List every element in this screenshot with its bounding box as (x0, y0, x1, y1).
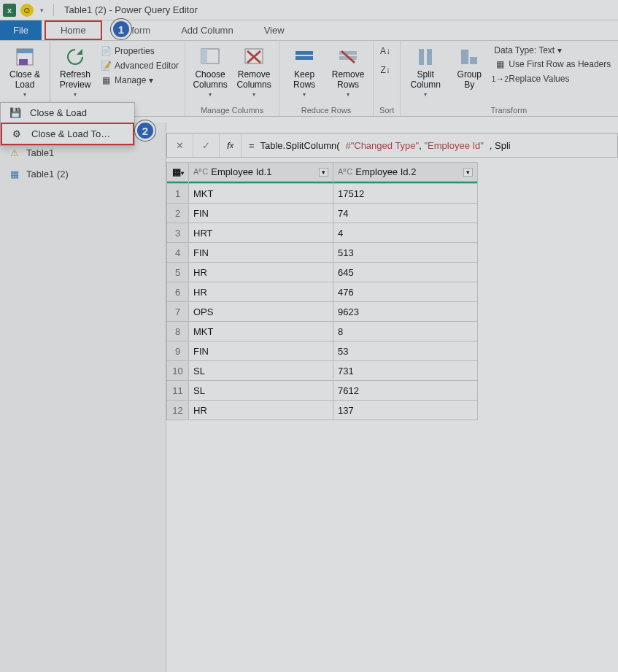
formula-bar: ✕ ✓ fx = Table.SplitColumn( #"Changed Ty… (166, 133, 618, 158)
row-number: 8 (167, 322, 189, 341)
svg-rect-13 (419, 49, 424, 65)
remove-columns-icon (242, 45, 266, 69)
replace-values-button[interactable]: 1→2Replace Values (494, 72, 611, 86)
cell[interactable]: 476 (333, 282, 478, 302)
window-title: Table1 (2) - Power Query Editor (61, 4, 198, 15)
cell[interactable]: 8 (333, 322, 478, 341)
cell[interactable]: 4 (333, 223, 478, 243)
sort-asc-button[interactable]: A↓ (379, 44, 391, 58)
cell[interactable]: MKT (189, 322, 333, 341)
tab-view[interactable]: View (244, 20, 295, 40)
remove-rows-button[interactable]: Remove Rows▾ (329, 44, 367, 99)
remove-columns-button[interactable]: Remove Columns▾ (235, 44, 273, 99)
chevron-down-icon: ▾ (23, 91, 26, 98)
refresh-preview-button[interactable]: Refresh Preview ▾ (56, 44, 94, 99)
column-filter-button[interactable]: ▾ (319, 168, 328, 177)
column-header-1[interactable]: AᴮC Employee Id.1 ▾ (189, 163, 333, 182)
sort-desc-button[interactable]: Z↓ (379, 63, 391, 77)
cell[interactable]: HR (189, 401, 333, 420)
fx-icon[interactable]: fx (220, 134, 242, 157)
cell[interactable]: 17512 (333, 184, 478, 204)
remove-rows-icon (336, 45, 360, 69)
table-row[interactable]: 11SL7612 (167, 381, 478, 401)
cell[interactable]: HR (189, 263, 333, 282)
choose-columns-button[interactable]: Choose Columns▾ (191, 44, 229, 99)
qat-dropdown[interactable]: ▾ (38, 7, 46, 14)
close-and-load-button[interactable]: Close & Load ▾ (6, 44, 44, 99)
callout-2: 2 (135, 120, 155, 141)
tab-home[interactable]: Home (45, 20, 102, 40)
table-row[interactable]: 4FIN513 (167, 243, 478, 263)
table-row[interactable]: 7OPS9623 (167, 302, 478, 322)
manage-button[interactable]: ▦Manage▾ (100, 73, 179, 88)
cell[interactable]: 137 (333, 401, 478, 420)
cell[interactable]: FIN (189, 341, 333, 361)
split-column-button[interactable]: Split Column▾ (406, 44, 444, 99)
table-row[interactable]: 5HR645 (167, 263, 478, 282)
cell[interactable]: MKT (189, 184, 333, 204)
sort-desc-icon: Z↓ (379, 64, 391, 76)
formula-accept-button[interactable]: ✓ (193, 134, 220, 157)
column-header-2[interactable]: AᴮC Employee Id.2 ▾ (333, 163, 478, 182)
row-number: 1 (167, 184, 189, 204)
cell[interactable]: HRT (189, 223, 333, 243)
table-row[interactable]: 9FIN53 (167, 341, 478, 361)
properties-button[interactable]: 📄Properties (100, 44, 179, 58)
table-corner[interactable]: ▦▾ (167, 163, 189, 182)
cell[interactable]: 74 (333, 204, 478, 223)
table-row[interactable]: 10SL731 (167, 361, 478, 381)
first-row-headers-button[interactable]: ▦Use First Row as Headers (494, 57, 611, 72)
queries-panel: ⚠ Table1 ▦ Table1 (2) (0, 123, 166, 672)
keep-rows-button[interactable]: Keep Rows▾ (285, 44, 323, 99)
svg-rect-2 (19, 59, 28, 65)
tab-add-column[interactable]: Add Column (161, 20, 244, 40)
table-row[interactable]: 12HR137 (167, 401, 478, 420)
table-row[interactable]: 6HR476 (167, 282, 478, 302)
tab-file[interactable]: File (0, 20, 42, 40)
manage-columns-group-label: Manage Columns (191, 104, 273, 115)
close-load-to-menu-item[interactable]: ⚙ Close & Load To… (1, 123, 134, 145)
data-grid: ▦▾ AᴮC Employee Id.1 ▾ AᴮC Employee Id.2… (166, 162, 618, 672)
close-load-menu-item[interactable]: 💾 Close & Load (1, 103, 134, 123)
refresh-icon (63, 45, 87, 69)
table-row[interactable]: 8MKT8 (167, 322, 478, 341)
formula-text[interactable]: = Table.SplitColumn( #"Changed Type", "E… (242, 140, 617, 151)
row-number: 2 (167, 204, 189, 223)
cell[interactable]: SL (189, 361, 333, 381)
advanced-editor-button[interactable]: 📝Advanced Editor (100, 58, 179, 73)
close-load-icon (13, 45, 36, 69)
formula-cancel-button[interactable]: ✕ (167, 134, 193, 157)
cell[interactable]: 731 (333, 361, 478, 381)
sort-group-label: Sort (379, 104, 394, 115)
cell[interactable]: 645 (333, 263, 478, 282)
cell[interactable]: OPS (189, 302, 333, 322)
query-item-table1[interactable]: ⚠ Table1 (0, 143, 166, 163)
smiley-icon[interactable]: ☺ (20, 4, 34, 17)
table-row[interactable]: 3HRT4 (167, 223, 478, 243)
cell[interactable]: FIN (189, 204, 333, 223)
row-number: 4 (167, 243, 189, 263)
group-by-icon (457, 45, 481, 69)
svg-rect-8 (296, 51, 313, 55)
choose-columns-icon (198, 45, 222, 69)
row-number: 7 (167, 302, 189, 322)
data-type-button[interactable]: Data Type: Text▾ (494, 44, 611, 57)
row-number: 5 (167, 263, 189, 282)
cell[interactable]: 53 (333, 341, 478, 361)
manage-icon: ▦ (100, 74, 112, 86)
callout-1: 1 (111, 19, 131, 39)
table-row[interactable]: 2FIN74 (167, 204, 478, 223)
cell[interactable]: 7612 (333, 381, 478, 401)
cell[interactable]: 9623 (333, 302, 478, 322)
table-row[interactable]: 1MKT17512 (167, 184, 478, 204)
cell[interactable]: FIN (189, 243, 333, 263)
excel-icon: x (3, 4, 16, 17)
group-by-button[interactable]: Group By (450, 44, 488, 92)
close-load-menu: 💾 Close & Load ⚙ Close & Load To… (0, 102, 135, 146)
cell[interactable]: HR (189, 282, 333, 302)
query-item-table1-2[interactable]: ▦ Table1 (2) (0, 164, 166, 184)
cell[interactable]: SL (189, 381, 333, 401)
column-filter-button[interactable]: ▾ (463, 168, 473, 177)
row-number: 11 (167, 381, 189, 401)
cell[interactable]: 513 (333, 243, 478, 263)
